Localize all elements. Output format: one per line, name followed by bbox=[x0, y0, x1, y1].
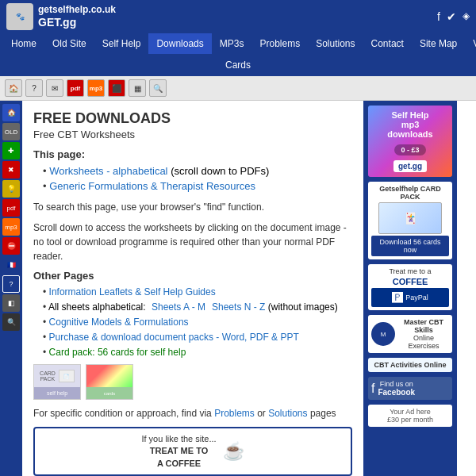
nav-contact[interactable]: Contact bbox=[363, 33, 412, 54]
nav-mp3s[interactable]: MP3s bbox=[212, 33, 252, 54]
nav-problems[interactable]: Problems bbox=[251, 33, 308, 54]
left-sidebar: 🏠 OLD ✚ ✖ 💡 pdf mp3 ⛔ 🇫🇷 ? ◧ 🔍 bbox=[0, 101, 22, 476]
cbt-activities-ad[interactable]: CBT Activities Online bbox=[368, 358, 452, 372]
content-area: FREE DOWNLOADS Free CBT Worksheets This … bbox=[22, 101, 363, 476]
find-function-text: To search this page, use your browser's … bbox=[33, 200, 352, 214]
nav-downloads[interactable]: Downloads bbox=[148, 33, 211, 54]
sidebar-old-icon[interactable]: OLD bbox=[2, 123, 20, 140]
cards-ad-block[interactable]: Getselfhelp CARD PACK 🃏 Download 56 card… bbox=[368, 182, 452, 259]
mp3-downloads-ad[interactable]: Self Help mp3 downloads 0 - £3 get.gg bbox=[368, 106, 452, 177]
cbt-act-label: CBT Activities Online bbox=[371, 361, 449, 369]
stop-toolbar-btn[interactable]: ⬛ bbox=[108, 79, 125, 97]
all-sheets-label: All sheets alphabetical: bbox=[48, 301, 146, 313]
coffee-emoji: ☕ bbox=[223, 441, 244, 462]
logo-area: 🐾 getselfhelp.co.uk GET.gg bbox=[6, 3, 116, 30]
card-previews: CARDPACK 📄 self help cards bbox=[33, 364, 352, 400]
grid-toolbar-btn[interactable]: ▦ bbox=[129, 79, 146, 97]
social-icons: f ✔ ◈ bbox=[437, 10, 470, 23]
search-toolbar-btn[interactable]: 🔍 bbox=[149, 79, 167, 97]
sidebar-flag-icon[interactable]: 🇫🇷 bbox=[2, 256, 20, 274]
other-card-pack: Card pack: 56 cards for self help bbox=[43, 347, 352, 358]
help-toolbar-btn[interactable]: ? bbox=[25, 79, 43, 97]
other-pages-label: Other Pages bbox=[33, 270, 352, 282]
sidebar-search-icon[interactable]: 🔍 bbox=[2, 313, 20, 331]
card-pack-link[interactable]: Card pack: 56 cards for self help bbox=[49, 347, 186, 358]
facebook-icon[interactable]: f bbox=[437, 10, 440, 23]
rss-icon[interactable]: ◈ bbox=[463, 10, 470, 23]
paypal-button[interactable]: 🅿 PayPal bbox=[371, 288, 449, 307]
facebook-text: Find us on Facebook bbox=[378, 380, 415, 397]
nav-solutions[interactable]: Solutions bbox=[308, 33, 363, 54]
nav-old-site[interactable]: Old Site bbox=[44, 33, 94, 54]
pdf-toolbar-btn[interactable]: pdf bbox=[67, 79, 84, 97]
sub-navigation: Cards bbox=[0, 54, 476, 76]
worksheets-alphabetical-link[interactable]: Worksheets - alphabetical bbox=[49, 165, 167, 177]
coffee-text: If you like the site... TREAT ME TO A CO… bbox=[141, 433, 216, 470]
worksheets-link-item: Worksheets - alphabetical (scroll down t… bbox=[43, 165, 352, 177]
main-navigation: Home Old Site Self Help Downloads MP3s P… bbox=[0, 33, 476, 54]
mp3-brand-badge: get.gg bbox=[393, 160, 427, 172]
download-cards-button[interactable]: Download 56 cards now bbox=[371, 236, 449, 256]
email-toolbar-btn[interactable]: ✉ bbox=[46, 79, 63, 97]
specific-condition-text: For specific condition or approach, find… bbox=[33, 406, 352, 420]
cards-ad-label: Getselfhelp CARD PACK bbox=[371, 185, 449, 201]
sheets-a-m-link[interactable]: Sheets A - M bbox=[152, 301, 205, 313]
your-ad-line2: £30 per month bbox=[371, 416, 449, 424]
page-title: FREE DOWNLOADS bbox=[33, 110, 352, 127]
nav-site-map[interactable]: Site Map bbox=[412, 33, 465, 54]
right-sidebar: Self Help mp3 downloads 0 - £3 get.gg Ge… bbox=[363, 101, 457, 476]
nav-videos[interactable]: Videos bbox=[465, 33, 476, 54]
problems-link[interactable]: Problems bbox=[214, 408, 255, 419]
card-preview-2[interactable]: cards bbox=[86, 364, 133, 400]
info-leaflets-link[interactable]: Information Leaflets & Self Help Guides bbox=[49, 286, 216, 298]
purchase-link[interactable]: Purchase & download document packs - Wor… bbox=[49, 332, 299, 343]
coffee-paypal-block: Treat me to a COFFEE 🅿 PayPal bbox=[368, 264, 452, 310]
scroll-text: Scroll down to access the worksheets by … bbox=[33, 221, 352, 263]
toolbar: 🏠 ? ✉ pdf mp3 ⬛ ▦ 🔍 bbox=[0, 76, 476, 101]
coffee-treat-label: Treat me to a bbox=[371, 267, 449, 275]
master-cbt-text: Master CBT Skills Online Exercises bbox=[398, 318, 449, 350]
other-pages-list: Information Leaflets & Self Help Guides … bbox=[33, 286, 352, 358]
twitter-icon[interactable]: ✔ bbox=[447, 10, 456, 23]
formulations-link-item: Generic Formulations & Therapist Resourc… bbox=[43, 180, 352, 192]
other-all-sheets: All sheets alphabetical: Sheets A - M Sh… bbox=[43, 301, 352, 313]
nav-home[interactable]: Home bbox=[3, 33, 44, 54]
facebook-ad[interactable]: f Find us on Facebook bbox=[368, 377, 452, 400]
site-logo-image: 🐾 bbox=[6, 3, 33, 30]
this-page-links: Worksheets - alphabetical (scroll down t… bbox=[33, 165, 352, 192]
facebook-icon: f bbox=[371, 382, 374, 396]
master-cbt-icon: M bbox=[371, 322, 395, 346]
coffee-word-label: COFFEE bbox=[371, 277, 449, 286]
your-ad-block[interactable]: Your Ad here £30 per month bbox=[368, 405, 452, 427]
sidebar-stop-icon[interactable]: ⛔ bbox=[2, 237, 20, 255]
without-images-text: (without images) bbox=[268, 301, 338, 313]
sidebar-q-icon[interactable]: ? bbox=[2, 275, 20, 293]
sub-nav-cards[interactable]: Cards bbox=[217, 57, 259, 73]
nav-self-help[interactable]: Self Help bbox=[94, 33, 149, 54]
this-page-label: This page: bbox=[33, 148, 352, 160]
card-preview-1[interactable]: CARDPACK 📄 self help bbox=[33, 364, 81, 400]
mp3-ad-title: Self Help mp3 downloads bbox=[387, 110, 432, 139]
mp3-price-badge: 0 - £3 bbox=[394, 144, 425, 155]
solutions-link[interactable]: Solutions bbox=[268, 408, 307, 419]
sidebar-yellow-icon[interactable]: 💡 bbox=[2, 180, 20, 198]
formulations-link[interactable]: Generic Formulations & Therapist Resourc… bbox=[49, 180, 255, 192]
sidebar-pdf-icon[interactable]: pdf bbox=[2, 199, 20, 217]
top-bar: 🐾 getselfhelp.co.uk GET.gg f ✔ ◈ bbox=[0, 0, 476, 33]
master-cbt-ad[interactable]: M Master CBT Skills Online Exercises bbox=[368, 315, 452, 353]
other-purchase: Purchase & download document packs - Wor… bbox=[43, 332, 352, 343]
site-name: getselfhelp.co.uk GET.gg bbox=[38, 4, 116, 29]
sidebar-dark-icon[interactable]: ◧ bbox=[2, 294, 20, 312]
mp3-toolbar-btn[interactable]: mp3 bbox=[87, 79, 105, 97]
coffee-banner[interactable]: If you like the site... TREAT ME TO A CO… bbox=[33, 427, 352, 476]
sidebar-red-icon[interactable]: ✖ bbox=[2, 161, 20, 178]
cognitive-models-link[interactable]: Cognitive Models & Formulations bbox=[49, 317, 189, 328]
sidebar-mp3-icon[interactable]: mp3 bbox=[2, 218, 20, 236]
other-cognitive-models: Cognitive Models & Formulations bbox=[43, 317, 352, 328]
sheets-links: Sheets A - M Sheets N - Z bbox=[152, 301, 265, 313]
sidebar-green-icon[interactable]: ✚ bbox=[2, 142, 20, 159]
page-subtitle: Free CBT Worksheets bbox=[33, 129, 352, 140]
sidebar-home-icon[interactable]: 🏠 bbox=[2, 104, 20, 121]
home-toolbar-btn[interactable]: 🏠 bbox=[5, 79, 22, 97]
sheets-n-z-link[interactable]: Sheets N - Z bbox=[212, 301, 265, 313]
